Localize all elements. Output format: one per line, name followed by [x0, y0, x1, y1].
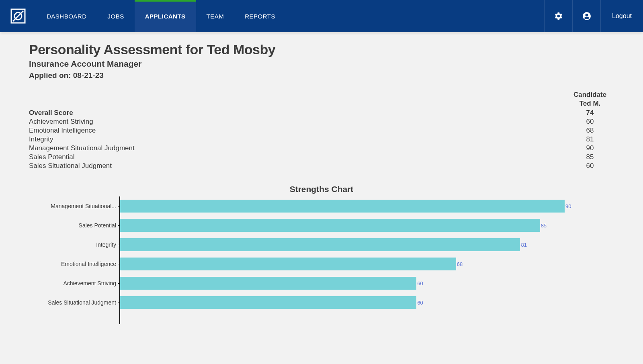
nav-link-jobs[interactable]: JOBS: [97, 0, 135, 32]
page-content: Personality Assessment for Ted Mosby Ins…: [0, 32, 643, 340]
score-table: Candidate Ted M. Overall Score 74 Achiev…: [29, 90, 614, 170]
score-col-header: Candidate Ted M.: [566, 90, 614, 108]
chart-title: Strengths Chart: [29, 184, 614, 194]
chart-bar: [120, 238, 520, 251]
nav-link-dashboard[interactable]: DASHBOARD: [36, 0, 97, 32]
score-row-value: 85: [566, 153, 614, 161]
chart-bar-value: 60: [417, 300, 423, 306]
nav-link-team[interactable]: TEAM: [196, 0, 235, 32]
score-row-label: Emotional Intelligence: [29, 127, 566, 135]
applied-label: Applied on:: [29, 71, 73, 80]
chart-bar-row: 60: [120, 293, 614, 312]
score-row-label: Integrity: [29, 135, 566, 143]
page-title: Personality Assessment for Ted Mosby: [29, 42, 614, 57]
applied-date: 08-21-23: [73, 71, 104, 80]
nav-link-reports[interactable]: REPORTS: [234, 0, 286, 32]
chart-y-label: Sales Situational Judgment: [29, 293, 119, 312]
score-row-label: Management Situational Judgment: [29, 144, 566, 152]
score-row-value: 90: [566, 144, 614, 152]
logo-icon: [10, 8, 27, 25]
chart-bar-row: 81: [120, 235, 614, 254]
overall-score-value: 74: [566, 109, 614, 117]
nav-right: Logout: [544, 0, 643, 32]
chart-bar: [120, 296, 416, 309]
score-row-label: Achievement Striving: [29, 118, 566, 126]
job-title: Insurance Account Manager: [29, 59, 614, 69]
chart-bar-value: 81: [521, 242, 526, 248]
score-row-value: 60: [566, 118, 614, 126]
nav-links: DASHBOARD JOBS APPLICANTS TEAM REPORTS: [36, 0, 286, 32]
chart-bar: [120, 219, 540, 232]
gear-icon: [554, 12, 563, 20]
chart-bar-value: 85: [541, 223, 547, 229]
account-icon: [582, 11, 592, 21]
chart-bar: [120, 258, 456, 270]
chart-bar-row: 90: [120, 196, 614, 216]
chart-bar-value: 68: [457, 261, 463, 267]
settings-button[interactable]: [544, 0, 572, 32]
chart-bar-value: 60: [417, 280, 423, 286]
chart-bar-row: 60: [120, 274, 614, 293]
chart-y-label: Sales Potential: [29, 216, 119, 235]
chart-bar: [120, 277, 416, 290]
logo[interactable]: [0, 0, 36, 32]
chart-y-label: Emotional Intelligence: [29, 254, 119, 274]
navbar: DASHBOARD JOBS APPLICANTS TEAM REPORTS L…: [0, 0, 643, 32]
score-row-value: 81: [566, 135, 614, 143]
score-row-label: Sales Potential: [29, 153, 566, 161]
nav-link-applicants[interactable]: APPLICANTS: [135, 0, 196, 32]
score-row-value: 60: [566, 162, 614, 170]
chart-bar-value: 90: [565, 203, 571, 209]
strengths-chart: Strengths Chart Management Situational..…: [29, 184, 614, 324]
account-button[interactable]: [572, 0, 600, 32]
chart-y-label: Achievement Striving: [29, 274, 119, 293]
overall-score-label: Overall Score: [29, 109, 566, 117]
logout-button[interactable]: Logout: [600, 0, 643, 32]
chart-y-label: Integrity: [29, 235, 119, 254]
score-row-label: Sales Situational Judgment: [29, 162, 566, 170]
score-row-value: 68: [566, 127, 614, 135]
applied-on: Applied on: 08-21-23: [29, 71, 614, 80]
chart-bar-row: 68: [120, 254, 614, 274]
chart-bar-row: 85: [120, 216, 614, 235]
chart-bar: [120, 200, 565, 213]
chart-y-label: Management Situational...: [29, 196, 119, 216]
